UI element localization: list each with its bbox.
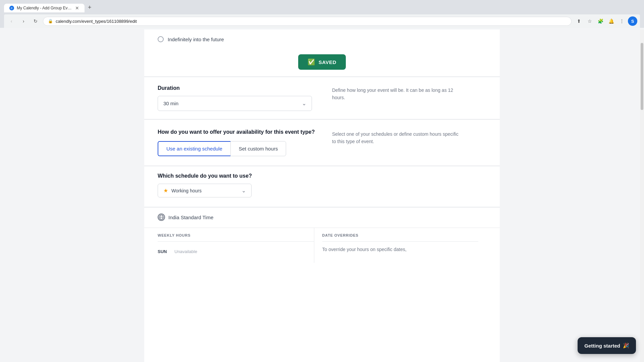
hours-table: WEEKLY HOURS SUN Unavailable DATE OVERRI… [158,228,486,263]
availability-helper: Select one of your schedules or define c… [332,131,459,144]
date-overrides-column: DATE OVERRIDES To override your hours on… [314,228,487,263]
timezone-globe-icon [158,214,165,221]
browser-toolbar: ‹ › ↻ 🔒 calendly.com/event_types/1611088… [4,14,640,28]
chevron-down-icon: ⌄ [302,100,306,107]
toolbar-actions: ⬆ ☆ 🧩 🔔 ⋮ S [574,16,637,26]
duration-dropdown[interactable]: 30 min ⌄ [158,96,312,111]
getting-started-widget[interactable]: Getting started 🎉 [578,337,636,354]
share-button[interactable]: ⬆ [574,16,584,26]
availability-left: How do you want to offer your availabili… [158,129,319,156]
table-row: SUN Unavailable [158,246,314,257]
browser-chrome: C My Calendly - Add Group Event ✕ + ‹ › … [0,0,644,28]
duration-value: 30 min [163,101,178,106]
new-tab-button[interactable]: + [85,3,94,12]
timezone-label: India Standard Time [168,215,213,220]
menu-button[interactable]: ⋮ [617,16,627,26]
set-custom-hours-button[interactable]: Set custom hours [230,141,286,156]
duration-left: Duration 30 min ⌄ [158,85,319,111]
day-name: SUN [158,249,174,254]
url-text: calendly.com/event_types/161108899/edit [56,19,567,24]
duration-label: Duration [158,85,319,91]
extensions-button[interactable]: 🧩 [596,16,605,26]
getting-started-label: Getting started [584,343,620,349]
active-tab[interactable]: C My Calendly - Add Group Event ✕ [4,4,85,12]
tab-close-button[interactable]: ✕ [75,6,79,10]
weekly-hours-column: WEEKLY HOURS SUN Unavailable [158,228,314,263]
weekly-hours-header: WEEKLY HOURS [158,233,314,242]
duration-helper: Define how long your event will be. It c… [332,87,453,100]
lock-icon: 🔒 [48,19,53,23]
timezone-section: India Standard Time [144,207,500,228]
day-status: Unavailable [174,249,197,254]
duration-inner: Duration 30 min ⌄ Define how long your e… [158,85,486,111]
reload-button[interactable]: ↻ [31,16,40,26]
toggle-buttons: Use an existing schedule Set custom hour… [158,141,319,156]
forward-button[interactable]: › [19,16,28,26]
indefinitely-section: Indefinitely into the future [144,29,500,50]
duration-section: Duration 30 min ⌄ Define how long your e… [144,77,500,119]
availability-inner: How do you want to offer your availabili… [158,129,486,156]
content-container: Indefinitely into the future ✅ SAVED Dur… [144,29,500,362]
schedule-section: Which schedule do you want to use? ★ Wor… [144,166,500,207]
timezone-row: India Standard Time [158,214,486,221]
saved-banner: ✅ SAVED [298,54,346,70]
schedule-dropdown-left: ★ Working hours [163,187,202,194]
star-icon: ★ [163,187,168,194]
back-button[interactable]: ‹ [7,16,16,26]
indefinitely-label: Indefinitely into the future [168,37,224,42]
hours-table-section: WEEKLY HOURS SUN Unavailable DATE OVERRI… [144,228,500,263]
tab-favicon: C [9,6,14,10]
bookmark-button[interactable]: ☆ [585,16,594,26]
saved-banner-wrapper: ✅ SAVED [144,50,500,76]
schedule-question: Which schedule do you want to use? [158,173,486,179]
availability-right: Select one of your schedules or define c… [332,129,460,156]
tab-title: My Calendly - Add Group Event [17,6,72,10]
date-overrides-header: DATE OVERRIDES [322,233,479,242]
getting-started-emoji: 🎉 [623,343,629,349]
address-bar[interactable]: 🔒 calendly.com/event_types/161108899/edi… [43,17,572,26]
profile-avatar[interactable]: S [628,16,637,26]
scrollbar-thumb[interactable] [641,43,643,110]
date-overrides-helper: To override your hours on specific dates… [322,246,479,253]
availability-question: How do you want to offer your availabili… [158,129,319,135]
scrollbar[interactable] [640,29,644,362]
indefinitely-radio[interactable] [158,36,164,42]
duration-right: Define how long your event will be. It c… [332,85,460,111]
availability-section: How do you want to offer your availabili… [144,119,500,166]
browser-tabs: C My Calendly - Add Group Event ✕ + [4,3,640,12]
page-wrapper: Indefinitely into the future ✅ SAVED Dur… [0,29,644,362]
schedule-chevron-icon: ⌄ [241,187,246,194]
schedule-name: Working hours [171,188,202,193]
indefinitely-option[interactable]: Indefinitely into the future [158,36,224,42]
schedule-dropdown[interactable]: ★ Working hours ⌄ [158,184,252,197]
saved-checkmark-icon: ✅ [308,58,315,66]
saved-text: SAVED [319,59,336,65]
notifications-button[interactable]: 🔔 [606,16,616,26]
use-existing-schedule-button[interactable]: Use an existing schedule [158,141,230,156]
